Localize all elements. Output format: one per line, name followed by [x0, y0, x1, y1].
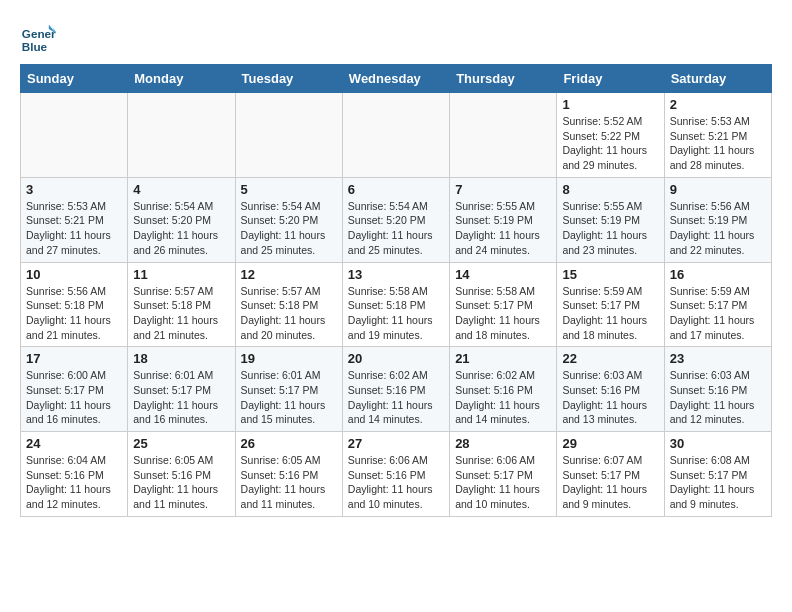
day-info: Sunrise: 6:06 AMSunset: 5:16 PMDaylight:…: [348, 453, 444, 512]
day-info: Sunrise: 5:59 AMSunset: 5:17 PMDaylight:…: [562, 284, 658, 343]
calendar-cell: 28 Sunrise: 6:06 AMSunset: 5:17 PMDaylig…: [450, 432, 557, 517]
day-info: Sunrise: 5:58 AMSunset: 5:18 PMDaylight:…: [348, 284, 444, 343]
day-number: 2: [670, 97, 766, 112]
day-info: Sunrise: 5:57 AMSunset: 5:18 PMDaylight:…: [241, 284, 337, 343]
calendar-cell: 20 Sunrise: 6:02 AMSunset: 5:16 PMDaylig…: [342, 347, 449, 432]
day-number: 11: [133, 267, 229, 282]
day-number: 4: [133, 182, 229, 197]
day-number: 16: [670, 267, 766, 282]
day-info: Sunrise: 6:05 AMSunset: 5:16 PMDaylight:…: [133, 453, 229, 512]
day-info: Sunrise: 5:53 AMSunset: 5:21 PMDaylight:…: [670, 114, 766, 173]
day-info: Sunrise: 5:53 AMSunset: 5:21 PMDaylight:…: [26, 199, 122, 258]
day-info: Sunrise: 6:05 AMSunset: 5:16 PMDaylight:…: [241, 453, 337, 512]
calendar-cell: 7 Sunrise: 5:55 AMSunset: 5:19 PMDayligh…: [450, 177, 557, 262]
day-info: Sunrise: 5:54 AMSunset: 5:20 PMDaylight:…: [241, 199, 337, 258]
calendar-cell: 8 Sunrise: 5:55 AMSunset: 5:19 PMDayligh…: [557, 177, 664, 262]
day-number: 26: [241, 436, 337, 451]
day-info: Sunrise: 6:07 AMSunset: 5:17 PMDaylight:…: [562, 453, 658, 512]
day-number: 5: [241, 182, 337, 197]
day-info: Sunrise: 6:01 AMSunset: 5:17 PMDaylight:…: [133, 368, 229, 427]
day-number: 15: [562, 267, 658, 282]
day-number: 13: [348, 267, 444, 282]
day-number: 29: [562, 436, 658, 451]
calendar-cell: 16 Sunrise: 5:59 AMSunset: 5:17 PMDaylig…: [664, 262, 771, 347]
weekday-header-wednesday: Wednesday: [342, 65, 449, 93]
day-number: 9: [670, 182, 766, 197]
day-info: Sunrise: 5:56 AMSunset: 5:18 PMDaylight:…: [26, 284, 122, 343]
calendar-cell: 3 Sunrise: 5:53 AMSunset: 5:21 PMDayligh…: [21, 177, 128, 262]
weekday-header-tuesday: Tuesday: [235, 65, 342, 93]
weekday-header-row: SundayMondayTuesdayWednesdayThursdayFrid…: [21, 65, 772, 93]
day-info: Sunrise: 5:55 AMSunset: 5:19 PMDaylight:…: [562, 199, 658, 258]
day-info: Sunrise: 6:02 AMSunset: 5:16 PMDaylight:…: [455, 368, 551, 427]
calendar-cell: 10 Sunrise: 5:56 AMSunset: 5:18 PMDaylig…: [21, 262, 128, 347]
calendar-cell: 23 Sunrise: 6:03 AMSunset: 5:16 PMDaylig…: [664, 347, 771, 432]
day-number: 10: [26, 267, 122, 282]
calendar-cell: [450, 93, 557, 178]
calendar-cell: 29 Sunrise: 6:07 AMSunset: 5:17 PMDaylig…: [557, 432, 664, 517]
weekday-header-sunday: Sunday: [21, 65, 128, 93]
day-info: Sunrise: 5:56 AMSunset: 5:19 PMDaylight:…: [670, 199, 766, 258]
calendar-cell: 17 Sunrise: 6:00 AMSunset: 5:17 PMDaylig…: [21, 347, 128, 432]
weekday-header-friday: Friday: [557, 65, 664, 93]
calendar-week-2: 3 Sunrise: 5:53 AMSunset: 5:21 PMDayligh…: [21, 177, 772, 262]
calendar-cell: 14 Sunrise: 5:58 AMSunset: 5:17 PMDaylig…: [450, 262, 557, 347]
calendar-cell: 11 Sunrise: 5:57 AMSunset: 5:18 PMDaylig…: [128, 262, 235, 347]
day-info: Sunrise: 6:00 AMSunset: 5:17 PMDaylight:…: [26, 368, 122, 427]
calendar-cell: 9 Sunrise: 5:56 AMSunset: 5:19 PMDayligh…: [664, 177, 771, 262]
calendar-cell: 1 Sunrise: 5:52 AMSunset: 5:22 PMDayligh…: [557, 93, 664, 178]
logo-icon: General Blue: [20, 20, 56, 56]
day-number: 12: [241, 267, 337, 282]
day-number: 22: [562, 351, 658, 366]
day-number: 21: [455, 351, 551, 366]
day-number: 30: [670, 436, 766, 451]
header: General Blue: [20, 20, 772, 56]
day-number: 28: [455, 436, 551, 451]
day-info: Sunrise: 5:54 AMSunset: 5:20 PMDaylight:…: [348, 199, 444, 258]
day-info: Sunrise: 5:55 AMSunset: 5:19 PMDaylight:…: [455, 199, 551, 258]
calendar-cell: 5 Sunrise: 5:54 AMSunset: 5:20 PMDayligh…: [235, 177, 342, 262]
calendar-cell: 19 Sunrise: 6:01 AMSunset: 5:17 PMDaylig…: [235, 347, 342, 432]
calendar-week-1: 1 Sunrise: 5:52 AMSunset: 5:22 PMDayligh…: [21, 93, 772, 178]
calendar-cell: [235, 93, 342, 178]
day-info: Sunrise: 5:59 AMSunset: 5:17 PMDaylight:…: [670, 284, 766, 343]
calendar-cell: 18 Sunrise: 6:01 AMSunset: 5:17 PMDaylig…: [128, 347, 235, 432]
calendar-cell: 22 Sunrise: 6:03 AMSunset: 5:16 PMDaylig…: [557, 347, 664, 432]
calendar-cell: 15 Sunrise: 5:59 AMSunset: 5:17 PMDaylig…: [557, 262, 664, 347]
calendar-cell: 13 Sunrise: 5:58 AMSunset: 5:18 PMDaylig…: [342, 262, 449, 347]
day-number: 25: [133, 436, 229, 451]
day-info: Sunrise: 5:54 AMSunset: 5:20 PMDaylight:…: [133, 199, 229, 258]
svg-text:Blue: Blue: [22, 40, 48, 53]
weekday-header-monday: Monday: [128, 65, 235, 93]
calendar-cell: 12 Sunrise: 5:57 AMSunset: 5:18 PMDaylig…: [235, 262, 342, 347]
day-number: 3: [26, 182, 122, 197]
day-info: Sunrise: 6:02 AMSunset: 5:16 PMDaylight:…: [348, 368, 444, 427]
day-number: 18: [133, 351, 229, 366]
calendar-cell: [21, 93, 128, 178]
weekday-header-saturday: Saturday: [664, 65, 771, 93]
day-info: Sunrise: 6:06 AMSunset: 5:17 PMDaylight:…: [455, 453, 551, 512]
calendar-cell: 30 Sunrise: 6:08 AMSunset: 5:17 PMDaylig…: [664, 432, 771, 517]
day-number: 6: [348, 182, 444, 197]
day-number: 14: [455, 267, 551, 282]
day-info: Sunrise: 6:04 AMSunset: 5:16 PMDaylight:…: [26, 453, 122, 512]
day-number: 8: [562, 182, 658, 197]
day-number: 23: [670, 351, 766, 366]
day-info: Sunrise: 5:52 AMSunset: 5:22 PMDaylight:…: [562, 114, 658, 173]
day-number: 24: [26, 436, 122, 451]
calendar-cell: 21 Sunrise: 6:02 AMSunset: 5:16 PMDaylig…: [450, 347, 557, 432]
day-info: Sunrise: 6:03 AMSunset: 5:16 PMDaylight:…: [670, 368, 766, 427]
weekday-header-thursday: Thursday: [450, 65, 557, 93]
calendar-week-3: 10 Sunrise: 5:56 AMSunset: 5:18 PMDaylig…: [21, 262, 772, 347]
day-number: 20: [348, 351, 444, 366]
day-info: Sunrise: 5:58 AMSunset: 5:17 PMDaylight:…: [455, 284, 551, 343]
day-number: 27: [348, 436, 444, 451]
day-number: 17: [26, 351, 122, 366]
calendar-week-4: 17 Sunrise: 6:00 AMSunset: 5:17 PMDaylig…: [21, 347, 772, 432]
calendar-cell: 24 Sunrise: 6:04 AMSunset: 5:16 PMDaylig…: [21, 432, 128, 517]
calendar-cell: 26 Sunrise: 6:05 AMSunset: 5:16 PMDaylig…: [235, 432, 342, 517]
calendar-cell: 4 Sunrise: 5:54 AMSunset: 5:20 PMDayligh…: [128, 177, 235, 262]
day-number: 1: [562, 97, 658, 112]
calendar-table: SundayMondayTuesdayWednesdayThursdayFrid…: [20, 64, 772, 517]
day-info: Sunrise: 5:57 AMSunset: 5:18 PMDaylight:…: [133, 284, 229, 343]
